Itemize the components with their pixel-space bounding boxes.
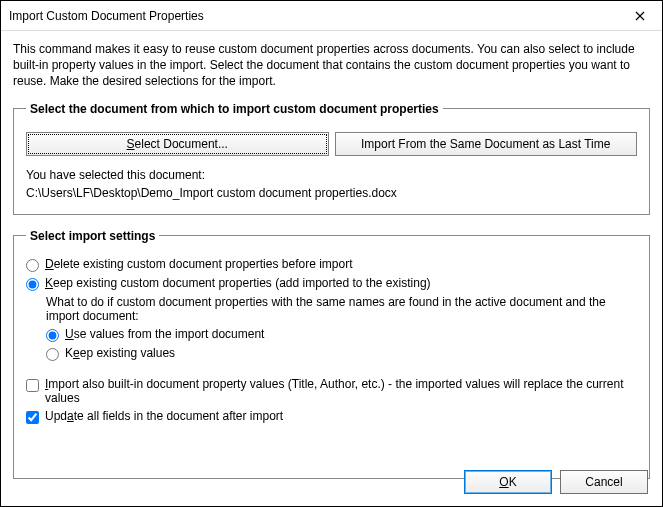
close-icon: [635, 11, 645, 21]
select-document-label: Select Document...: [127, 137, 228, 151]
group-import-settings-legend: Select import settings: [26, 229, 159, 243]
window-title: Import Custom Document Properties: [9, 9, 618, 23]
selected-document-path: C:\Users\LF\Desktop\Demo_Import custom d…: [26, 184, 637, 202]
radio-delete-existing[interactable]: Delete existing custom document properti…: [26, 257, 637, 272]
checkbox-update-fields[interactable]: Update all fields in the document after …: [26, 409, 637, 424]
import-same-document-button[interactable]: Import From the Same Document as Last Ti…: [335, 132, 638, 156]
selected-document-prefix: You have selected this document:: [26, 166, 637, 184]
ok-button[interactable]: OK: [464, 470, 552, 494]
radio-delete-existing-input[interactable]: [26, 259, 39, 272]
radio-keep-existing-values-input[interactable]: [46, 348, 59, 361]
select-document-button[interactable]: Select Document...: [26, 132, 329, 156]
radio-use-import-values[interactable]: Use values from the import document: [46, 327, 637, 342]
group-select-document: Select the document from which to import…: [13, 102, 650, 215]
checkbox-import-builtin[interactable]: Import also built-in document property v…: [26, 377, 637, 405]
checkbox-import-builtin-input[interactable]: [26, 379, 39, 392]
sub-question-text: What to do if custom document properties…: [46, 295, 637, 323]
radio-use-import-values-input[interactable]: [46, 329, 59, 342]
titlebar: Import Custom Document Properties: [1, 1, 662, 31]
intro-text: This command makes it easy to reuse cust…: [13, 41, 650, 90]
group-import-settings: Select import settings Delete existing c…: [13, 229, 650, 479]
import-same-document-label: Import From the Same Document as Last Ti…: [361, 137, 610, 151]
radio-keep-existing-input[interactable]: [26, 278, 39, 291]
group-select-document-legend: Select the document from which to import…: [26, 102, 443, 116]
close-button[interactable]: [618, 1, 662, 31]
checkbox-update-fields-input[interactable]: [26, 411, 39, 424]
radio-keep-existing-values[interactable]: Keep existing values: [46, 346, 637, 361]
cancel-button[interactable]: Cancel: [560, 470, 648, 494]
radio-keep-existing[interactable]: Keep existing custom document properties…: [26, 276, 637, 291]
